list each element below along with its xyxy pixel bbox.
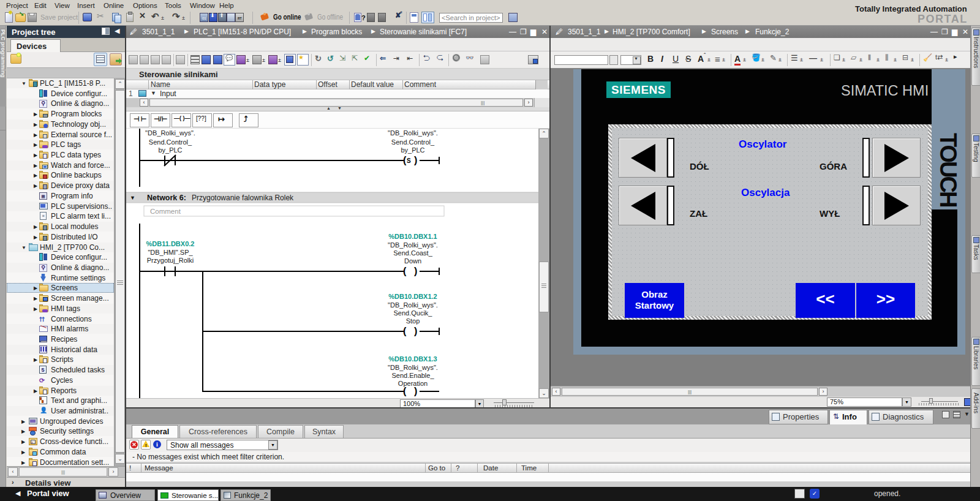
svg-text:Send.Control_: Send.Control_: [149, 138, 192, 146]
svg-text:"DB_Rolki_wys".: "DB_Rolki_wys".: [388, 129, 438, 137]
svg-text:): ): [414, 326, 417, 336]
svg-text:(: (: [403, 266, 407, 276]
svg-text:): ): [414, 266, 417, 276]
svg-text:S: S: [407, 157, 411, 164]
svg-text:): ): [414, 155, 417, 165]
svg-text:"DB_Rolki_wys".: "DB_Rolki_wys".: [388, 241, 438, 249]
svg-text:Przygotowanie falownika Rolek: Przygotowanie falownika Rolek: [192, 194, 294, 202]
svg-text:%DB10.DBX1.2: %DB10.DBX1.2: [388, 293, 437, 300]
svg-text:Comment: Comment: [150, 208, 181, 215]
svg-text:Network 6:: Network 6:: [147, 194, 186, 202]
svg-text:Stop: Stop: [406, 317, 420, 325]
svg-text:Send.Coast_: Send.Coast_: [393, 249, 432, 257]
svg-text:"DB_HMI".SP_: "DB_HMI".SP_: [148, 249, 193, 256]
svg-text:Down: Down: [404, 257, 421, 265]
svg-text:): ): [414, 386, 417, 396]
svg-text:Send.Qucik_: Send.Qucik_: [394, 309, 433, 317]
svg-text:%DB11.DBX0.2: %DB11.DBX0.2: [146, 240, 195, 247]
svg-text:(: (: [403, 326, 407, 336]
svg-text:"DB_Rolki_wys".: "DB_Rolki_wys".: [388, 301, 438, 309]
svg-text:Send.Enable_: Send.Enable_: [391, 372, 434, 379]
svg-text:(: (: [403, 386, 407, 396]
svg-text:by_PLC: by_PLC: [158, 146, 182, 154]
svg-text:▼: ▼: [130, 195, 135, 201]
svg-text:"DB_Rolki_wys".: "DB_Rolki_wys".: [145, 129, 195, 137]
svg-text:%DB10.DBX1.1: %DB10.DBX1.1: [388, 233, 437, 240]
svg-text:Przygotuj_Rolki: Przygotuj_Rolki: [147, 257, 194, 264]
svg-text:Send.Control_: Send.Control_: [391, 138, 435, 146]
svg-text:%DB10.DBX1.3: %DB10.DBX1.3: [388, 355, 437, 363]
svg-text:"DB_Rolki_wys".: "DB_Rolki_wys".: [388, 364, 438, 371]
svg-text:by_PLC: by_PLC: [401, 146, 424, 154]
